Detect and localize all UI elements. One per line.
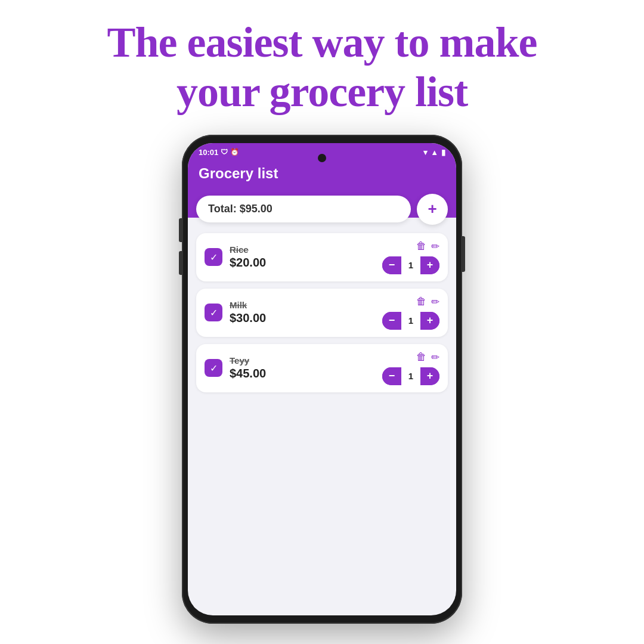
item-actions-rice: 🗑 ✏ − 1 +	[382, 240, 439, 274]
camera-notch	[318, 154, 326, 162]
qty-increase-teyy[interactable]: +	[420, 367, 439, 385]
qty-decrease-milk[interactable]: −	[382, 312, 401, 330]
delete-icon-rice[interactable]: 🗑	[416, 240, 426, 252]
wifi-icon: ▾	[423, 148, 428, 157]
item-actions-teyy: 🗑 ✏ − 1 +	[382, 351, 439, 385]
item-actions-milk: 🗑 ✏ − 1 +	[382, 296, 439, 330]
total-bar: Total: $95.00 +	[188, 194, 456, 225]
item-info-rice: Rice $20.00	[230, 244, 375, 270]
status-left: 10:01 🛡 ⏰	[199, 148, 239, 157]
qty-stepper-rice: − 1 +	[382, 256, 439, 274]
item-name-milk: Milk	[230, 300, 375, 310]
total-value: $95.00	[240, 203, 273, 215]
item-name-teyy: Teyy	[230, 355, 375, 366]
edit-icon-milk[interactable]: ✏	[431, 296, 439, 308]
alarm-icon: ⏰	[230, 148, 239, 156]
delete-icon-milk[interactable]: 🗑	[416, 296, 426, 308]
item-price-rice: $20.00	[230, 256, 375, 270]
phone-mockup: 10:01 🛡 ⏰ ▾ ▲ ▮ Grocery list Total: $95.…	[182, 135, 462, 624]
item-name-rice: Rice	[230, 244, 375, 255]
checkbox-milk[interactable]: ✓	[205, 304, 222, 321]
status-time: 10:01	[199, 148, 218, 157]
edit-icon-rice[interactable]: ✏	[431, 240, 439, 253]
list-item: ✓ Teyy $45.00 🗑 ✏ − 1 +	[196, 344, 448, 392]
item-info-teyy: Teyy $45.00	[230, 355, 375, 380]
phone-screen: 10:01 🛡 ⏰ ▾ ▲ ▮ Grocery list Total: $95.…	[188, 143, 456, 615]
qty-decrease-teyy[interactable]: −	[382, 367, 401, 385]
item-icons-rice: 🗑 ✏	[416, 240, 439, 253]
qty-stepper-milk: − 1 +	[382, 312, 439, 330]
items-list: ✓ Rice $20.00 🗑 ✏ − 1 +	[188, 225, 456, 615]
add-item-button[interactable]: +	[417, 194, 448, 225]
headline: The easiest way to make your grocery lis…	[107, 18, 537, 117]
total-label: Total:	[208, 203, 237, 215]
headline-line2: your grocery list	[107, 67, 537, 117]
volume-up-button	[179, 218, 182, 242]
status-right: ▾ ▲ ▮	[423, 148, 445, 157]
power-button	[462, 236, 465, 272]
headline-line1: The easiest way to make	[107, 18, 537, 67]
qty-stepper-teyy: − 1 +	[382, 367, 439, 385]
edit-icon-teyy[interactable]: ✏	[431, 351, 439, 364]
app-title: Grocery list	[199, 165, 445, 182]
item-price-milk: $30.00	[230, 311, 375, 325]
delete-icon-teyy[interactable]: 🗑	[416, 351, 426, 363]
checkbox-teyy[interactable]: ✓	[205, 359, 222, 377]
list-item: ✓ Rice $20.00 🗑 ✏ − 1 +	[196, 233, 448, 281]
checkbox-rice[interactable]: ✓	[205, 248, 222, 266]
item-price-teyy: $45.00	[230, 367, 375, 380]
qty-value-rice: 1	[401, 256, 420, 274]
total-display: Total: $95.00	[196, 196, 411, 222]
item-info-milk: Milk $30.00	[230, 300, 375, 325]
qty-increase-rice[interactable]: +	[420, 256, 439, 274]
signal-icon: ▲	[431, 148, 438, 157]
list-item: ✓ Milk $30.00 🗑 ✏ − 1 +	[196, 289, 448, 337]
qty-value-milk: 1	[401, 312, 420, 330]
volume-down-button	[179, 251, 182, 275]
battery-icon: ▮	[441, 148, 445, 157]
item-icons-teyy: 🗑 ✏	[416, 351, 439, 364]
shield-icon: 🛡	[221, 148, 228, 156]
item-icons-milk: 🗑 ✏	[416, 296, 439, 308]
qty-value-teyy: 1	[401, 367, 420, 385]
qty-increase-milk[interactable]: +	[420, 312, 439, 330]
qty-decrease-rice[interactable]: −	[382, 256, 401, 274]
